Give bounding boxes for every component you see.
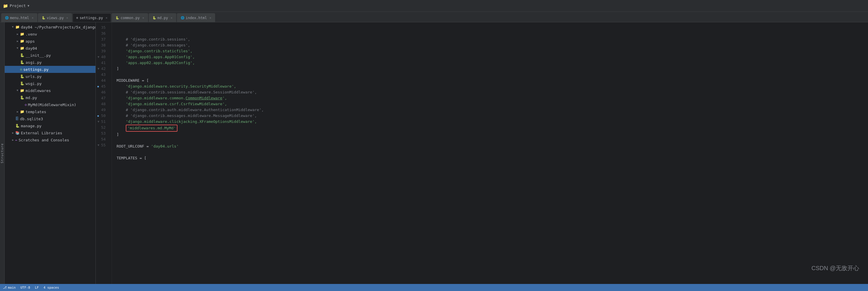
tab-views-py[interactable]: 🐍views.py✕ [38, 13, 72, 22]
code-line-45: 'django.middleware.common.CommonMiddlewa… [117, 95, 868, 101]
tab-icon-menu-html: 🌐 [5, 16, 8, 20]
tab-label-index-html: index.html [186, 16, 207, 20]
line-number-label-39: 39 [101, 48, 107, 54]
line-number-label-49: 49 [101, 107, 107, 113]
line-num-55: ▼55 [96, 142, 108, 148]
code-line-46: 'django.middleware.csrf.CsrfViewMiddlewa… [117, 101, 868, 107]
fold-btn-51[interactable]: ▼ [96, 119, 99, 125]
highlighted-code-50: 'middlewares.md.MyMd' [126, 125, 178, 132]
tab-common-py[interactable]: 🐍common.py✕ [112, 13, 148, 22]
folder-icon-apps: 📁 [20, 39, 24, 43]
line-number-label-50: 50 [101, 113, 107, 119]
sidebar-item-apps[interactable]: ▶📁apps [5, 38, 95, 45]
tab-settings-py[interactable]: ⚙settings.py✕ [72, 13, 112, 22]
py-icon-manage-py: 🐍 [15, 124, 20, 128]
project-title[interactable]: 📁 Project ▼ [3, 3, 29, 8]
main-layout: Structure ▶📁day04 ~/PycharmProjects/5x_d… [0, 22, 868, 284]
line-ending[interactable]: LF [35, 286, 39, 290]
sidebar-item-templates[interactable]: ▶📁templates [5, 108, 95, 115]
sidebar-label-middlewares: middlewares [26, 88, 51, 93]
ext-icon-ext-libraries: 📚 [15, 131, 20, 135]
sidebar-item-ext-libraries[interactable]: ▶📚External Libraries [5, 129, 95, 136]
tab-index-html[interactable]: 🌐index.html✕ [177, 13, 215, 22]
line-number-label-37: 37 [101, 36, 107, 42]
sidebar-item-init-py[interactable]: 🐍__init__.py [5, 52, 95, 59]
sidebar-item-md-py[interactable]: 🐍md.py [5, 94, 95, 101]
line-num-52: 52 [96, 125, 108, 130]
sidebar-item-settings-py[interactable]: ⚙settings.py [5, 66, 95, 73]
settings-icon-settings-py: ⚙ [20, 67, 22, 71]
sidebar-item-venv[interactable]: ▶📁.venv [5, 31, 95, 38]
code-content[interactable]: # 'django.contrib.sessions', # 'django.c… [112, 22, 868, 284]
sidebar-item-manage-py[interactable]: 🐍manage.py [5, 122, 95, 129]
fold-btn-42[interactable]: ▼ [96, 66, 99, 72]
tab-menu-html[interactable]: 🌐menu.html✕ [1, 13, 37, 22]
project-folder-icon: 📁 [3, 3, 8, 8]
tab-md-py[interactable]: 🐍md.py✕ [149, 13, 176, 22]
chevron-venv: ▶ [15, 32, 20, 36]
comment-text-48: # 'django.contrib.messages.middleware.Me… [117, 113, 257, 119]
code-line-48: # 'django.contrib.messages.middleware.Me… [117, 113, 868, 119]
comment-text-44: # 'django.contrib.sessions.middleware.Se… [117, 89, 257, 95]
sidebar-label-db-sqlite3: db.sqlite3 [20, 117, 43, 121]
gutter-icon-50: ● [96, 113, 100, 118]
file-tree-sidebar: ▶📁day04 ~/PycharmProjects/5x_django_s▶📁.… [5, 22, 96, 284]
sidebar-item-day04-root[interactable]: ▶📁day04 ~/PycharmProjects/5x_django_s [5, 24, 95, 31]
string-49: 'django.middleware.clickjacking.XFrameOp… [117, 119, 257, 125]
tab-icon-settings-py: ⚙ [76, 16, 78, 20]
sidebar-item-asgi-py[interactable]: 🐍asgi.py [5, 59, 95, 66]
tab-close-md-py[interactable]: ✕ [171, 16, 173, 20]
tab-icon-md-py: 🐍 [153, 16, 156, 20]
code-line-51: ] [117, 132, 868, 138]
line-number-label-52: 52 [101, 125, 107, 130]
tab-close-views-py[interactable]: ✕ [66, 16, 68, 20]
encoding[interactable]: UTF-8 [21, 286, 30, 290]
sidebar-item-scratches[interactable]: ▶✏Scratches and Consoles [5, 136, 95, 143]
chevron-templates: ▶ [15, 109, 20, 114]
project-dropdown-icon[interactable]: ▼ [28, 4, 29, 7]
line-num-36: 36 [96, 31, 108, 36]
line-number-label-41: 41 [101, 60, 107, 66]
sidebar-label-ext-libraries: External Libraries [21, 131, 62, 135]
line-num-51: ▼51 [96, 119, 108, 125]
line-num-40: ▼40 [96, 54, 108, 60]
folder-icon-middlewares: 📁 [20, 88, 24, 93]
code-line-47: # 'django.contrib.auth.middleware.Authen… [117, 107, 868, 113]
tab-close-menu-html[interactable]: ✕ [32, 16, 33, 20]
sidebar-label-scratches: Scratches and Consoles [19, 138, 69, 142]
git-branch[interactable]: ⎇ main [3, 286, 16, 290]
sidebar-item-wsgi-py[interactable]: 🐍wsgi.py [5, 80, 95, 87]
string-37: 'django.contrib.staticfiles', [117, 48, 192, 54]
tab-close-common-py[interactable]: ✕ [142, 16, 144, 20]
fold-btn-40[interactable]: ▼ [96, 54, 99, 60]
line-num-43: 43 [96, 72, 108, 78]
line-num-48: 48 [96, 101, 108, 107]
code-container[interactable]: 3536373839▼4041▼424344●4546474849●50▼515… [96, 22, 868, 284]
sidebar-item-mymd[interactable]: ◇MyMd(MiddlewareMixin) [5, 101, 95, 108]
line-number-label-44: 44 [101, 78, 107, 84]
tab-close-settings-py[interactable]: ✕ [105, 16, 107, 20]
sidebar-label-venv: .venv [26, 32, 37, 36]
line-num-54: 54 [96, 136, 108, 142]
string-38: 'apps.app01.apps.App01Config', [117, 54, 195, 60]
code-line-52 [117, 138, 868, 143]
indent-info[interactable]: 4 spaces [43, 286, 59, 290]
sidebar-item-middlewares[interactable]: ▶📁middlewares [5, 87, 95, 94]
line-num-35: 35 [96, 25, 108, 31]
title-bar: 📁 Project ▼ [0, 0, 868, 12]
line-number-label-55: 55 [101, 142, 107, 148]
line-number-label-45: 45 [101, 84, 107, 89]
code-line-53: ROOT_URLCONF = 'day04.urls' [117, 143, 868, 149]
sidebar-label-urls-py: urls.py [26, 75, 42, 79]
tab-close-index-html[interactable]: ✕ [210, 16, 211, 20]
line-number-label-47: 47 [101, 95, 107, 101]
sidebar-item-day04[interactable]: ▶📁day04 [5, 45, 95, 52]
sidebar-item-urls-py[interactable]: 🐍urls.py [5, 73, 95, 80]
fold-btn-55[interactable]: ▼ [96, 142, 99, 148]
tabs-bar: 🌐menu.html✕🐍views.py✕⚙settings.py✕🐍commo… [0, 12, 868, 22]
line-number-label-48: 48 [101, 101, 107, 107]
db-icon-db-sqlite3: 🗄 [15, 117, 19, 121]
sidebar-item-db-sqlite3[interactable]: 🗄db.sqlite3 [5, 115, 95, 122]
chevron-middlewares: ▶ [15, 88, 20, 93]
tab-label-views-py: views.py [47, 16, 64, 20]
